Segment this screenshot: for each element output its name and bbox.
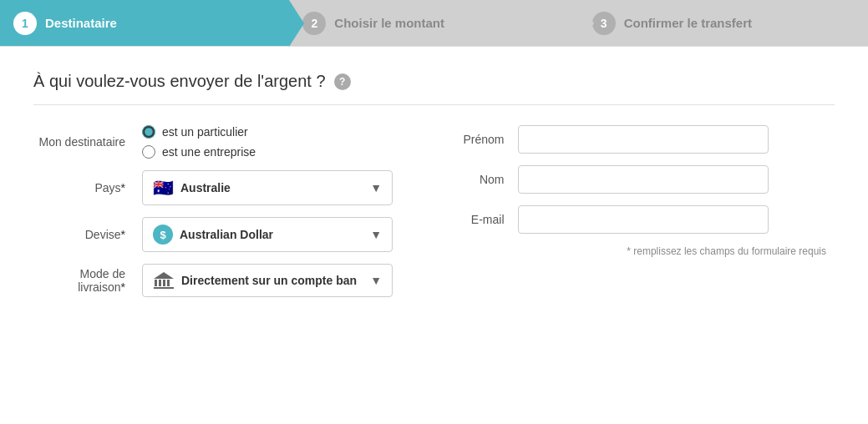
divider <box>33 104 835 105</box>
country-label: Pays <box>33 181 142 194</box>
firstname-row: Prénom <box>451 125 835 154</box>
lastname-row: Nom <box>451 165 835 194</box>
chevron-down-icon: ▼ <box>370 181 382 194</box>
lastname-input[interactable] <box>518 165 769 194</box>
radio-company[interactable] <box>142 145 155 159</box>
step-2-label: Choisir le montant <box>334 16 444 30</box>
stepper: 1 Destinataire 2 Choisir le montant 3 Co… <box>0 0 868 47</box>
svg-marker-4 <box>154 272 174 279</box>
option-individual[interactable]: est un particulier <box>142 125 256 139</box>
bank-icon <box>153 271 175 290</box>
recipient-type-row: Mon destinataire est un particulier est … <box>33 125 418 159</box>
step-3-number: 3 <box>592 12 616 35</box>
required-note: * remplissez les champs du formulaire re… <box>451 245 835 257</box>
country-value: Australie <box>180 181 363 194</box>
country-select[interactable]: 🇦🇺 Australie ▼ <box>142 170 393 205</box>
delivery-value: Directement sur un compte ban <box>181 274 363 287</box>
radio-options: est un particulier est une entreprise <box>142 125 256 159</box>
email-input[interactable] <box>518 205 769 234</box>
currency-select[interactable]: $ Australian Dollar ▼ <box>142 217 393 252</box>
svg-rect-5 <box>154 287 174 289</box>
firstname-label: Prénom <box>451 133 518 146</box>
currency-icon: $ <box>153 225 173 245</box>
svg-rect-2 <box>163 280 165 286</box>
delivery-select-wrapper: Directement sur un compte ban ▼ <box>142 264 393 297</box>
currency-row: Devise $ Australian Dollar ▼ <box>33 217 418 252</box>
step-3[interactable]: 3 Confirmer le transfert <box>579 0 868 46</box>
option-company[interactable]: est une entreprise <box>142 145 256 159</box>
content-area: À qui voulez-vous envoyer de l'argent ? … <box>0 47 868 334</box>
country-flag: 🇦🇺 <box>153 178 174 198</box>
country-select-wrapper: 🇦🇺 Australie ▼ <box>142 170 393 205</box>
firstname-input[interactable] <box>518 125 769 154</box>
svg-rect-1 <box>159 280 161 286</box>
country-row: Pays 🇦🇺 Australie ▼ <box>33 170 418 205</box>
currency-label: Devise <box>33 228 142 241</box>
step-1-label: Destinataire <box>45 16 117 30</box>
svg-rect-0 <box>155 280 157 286</box>
delivery-label: Mode de livraison <box>33 267 142 294</box>
page-title-row: À qui voulez-vous envoyer de l'argent ? … <box>33 72 835 91</box>
main-container: 1 Destinataire 2 Choisir le montant 3 Co… <box>0 0 868 424</box>
lastname-label: Nom <box>451 173 518 186</box>
chevron-down-icon-3: ▼ <box>370 274 382 287</box>
chevron-down-icon-2: ▼ <box>370 228 382 241</box>
step-2-number: 2 <box>302 12 326 35</box>
currency-select-wrapper: $ Australian Dollar ▼ <box>142 217 393 252</box>
form-section: Mon destinataire est un particulier est … <box>33 125 835 309</box>
form-left: Mon destinataire est un particulier est … <box>33 125 418 309</box>
svg-rect-3 <box>167 280 170 286</box>
recipient-label: Mon destinataire <box>33 135 142 149</box>
delivery-select[interactable]: Directement sur un compte ban ▼ <box>142 264 393 297</box>
form-right: Prénom Nom E-mail * remplissez les champ… <box>451 125 835 309</box>
step-3-label: Confirmer le transfert <box>624 16 752 30</box>
radio-individual[interactable] <box>142 125 155 139</box>
step-2[interactable]: 2 Choisir le montant <box>289 0 578 46</box>
option-individual-label: est un particulier <box>162 125 248 139</box>
email-row: E-mail <box>451 205 835 234</box>
step-1-number: 1 <box>13 12 37 35</box>
option-company-label: est une entreprise <box>162 145 256 159</box>
help-icon[interactable]: ? <box>334 73 351 90</box>
step-1[interactable]: 1 Destinataire <box>0 0 289 46</box>
currency-value: Australian Dollar <box>180 228 363 241</box>
page-title-text: À qui voulez-vous envoyer de l'argent ? <box>33 72 326 91</box>
email-label: E-mail <box>451 213 518 226</box>
delivery-row: Mode de livraison <box>33 264 418 297</box>
